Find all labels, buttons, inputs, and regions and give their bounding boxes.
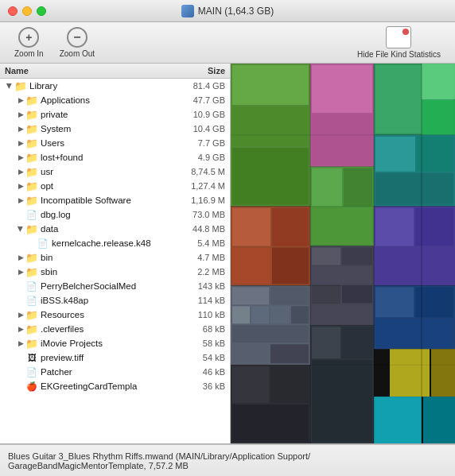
svg-rect-47: [232, 366, 269, 403]
list-item[interactable]: ▶ 📁 usr 8,74.5 M: [0, 164, 230, 179]
file-size: 73.0 MB: [170, 210, 230, 219]
expand-arrow[interactable]: ▶: [16, 338, 25, 349]
expand-arrow[interactable]: ▶: [16, 109, 25, 120]
svg-rect-12: [232, 208, 270, 246]
zoom-in-button[interactable]: + Zoom In: [8, 24, 50, 61]
folder-icon: 📁: [25, 165, 38, 178]
svg-rect-36: [342, 248, 372, 265]
expand-arrow[interactable]: ▶: [16, 123, 25, 134]
zoom-out-button[interactable]: − Zoom Out: [53, 24, 101, 61]
maximize-button[interactable]: [37, 6, 46, 16]
list-item[interactable]: ▶ 📁 Applications 47.7 GB: [0, 93, 230, 107]
minimize-button[interactable]: [22, 6, 32, 16]
expand-arrow[interactable]: ▶: [16, 252, 25, 263]
file-size: 81.4 GB: [170, 81, 230, 91]
expand-spacer: [16, 281, 25, 292]
expand-arrow[interactable]: ▶: [16, 180, 25, 192]
svg-rect-26: [270, 287, 309, 304]
expand-arrow[interactable]: ▶: [16, 166, 25, 177]
col-name-header: Name: [5, 66, 161, 75]
list-item[interactable]: 📄 Patcher 46 kB: [0, 365, 230, 379]
svg-rect-49: [232, 404, 309, 442]
list-item[interactable]: ▶ 📁 bin 4.7 MB: [0, 250, 230, 265]
expand-arrow[interactable]: ▶: [16, 152, 25, 163]
expand-arrow[interactable]: ▶: [16, 309, 25, 320]
list-item[interactable]: ▶ 📁 Users 7.7 GB: [0, 136, 230, 150]
list-item[interactable]: ▶ 📁 Resources 110 kB: [0, 308, 230, 322]
list-item[interactable]: 📄 kernelcache.release.k48 5.4 MB: [0, 236, 230, 250]
list-item[interactable]: 📄 PerryBelcherSocialMed 143 kB: [0, 279, 230, 293]
svg-rect-23: [375, 173, 453, 205]
file-size: 2.2 MB: [170, 267, 230, 277]
list-item[interactable]: ▶ 📁 Incompatible Software 1,16.9 M: [0, 193, 230, 207]
folder-icon: 📁: [25, 223, 38, 235]
svg-rect-27: [232, 306, 250, 323]
expand-arrow[interactable]: ▶: [16, 95, 25, 106]
file-name: Resources: [41, 310, 170, 319]
file-icon: 📄: [25, 208, 38, 221]
list-item[interactable]: ▶ 📁 System 10.4 GB: [0, 122, 230, 136]
list-item[interactable]: ▶ 📁 iMovie Projects 58 kB: [0, 336, 230, 350]
list-item[interactable]: ▶ 📁 sbin 2.2 MB: [0, 265, 230, 279]
file-name: PerryBelcherSocialMed: [41, 281, 170, 291]
list-item[interactable]: ▶ 📁 opt 1,27.4 M: [0, 179, 230, 193]
file-name: Users: [41, 138, 170, 148]
file-rows-container: ▶ 📁 Library 81.4 GB ▶ 📁 Applications 47.…: [0, 79, 230, 393]
file-name: Applications: [41, 95, 170, 105]
svg-rect-3: [232, 148, 309, 205]
folder-icon: 📁: [25, 251, 38, 264]
file-size: 10.9 GB: [170, 110, 230, 119]
file-icon: 📄: [25, 294, 38, 307]
list-item[interactable]: 📄 dbg.log 73.0 MB: [0, 207, 230, 222]
file-size: 4.9 GB: [170, 153, 230, 162]
list-item[interactable]: 🖼 preview.tiff 54 kB: [0, 350, 230, 365]
svg-rect-21: [375, 137, 415, 172]
file-size: 1,16.9 M: [170, 195, 230, 205]
svg-rect-31: [232, 325, 309, 342]
list-item[interactable]: ▶ 📁 .cleverfiles 68 kB: [0, 322, 230, 336]
file-name: private: [41, 110, 170, 119]
col-size-header: Size: [161, 66, 225, 75]
toolbar: + Zoom In − Zoom Out Hide File Kind Stat…: [0, 22, 455, 64]
folder-special-icon: 📁: [25, 323, 38, 335]
expand-spacer: [16, 381, 25, 392]
file-size: 68 kB: [170, 324, 230, 334]
file-icon: 📄: [25, 280, 38, 292]
svg-rect-13: [272, 208, 309, 246]
close-button[interactable]: [8, 6, 18, 16]
window-controls[interactable]: [8, 6, 46, 16]
list-item[interactable]: ▶ 📁 private 10.9 GB: [0, 107, 230, 122]
svg-rect-60: [374, 397, 422, 443]
file-size: 8,74.5 M: [170, 167, 230, 176]
file-size: 47.7 GB: [170, 95, 230, 105]
file-size: 5.4 MB: [170, 238, 230, 248]
svg-rect-18: [344, 168, 372, 207]
svg-rect-14: [232, 248, 270, 284]
hide-stats-button[interactable]: Hide File Kind Statistics: [351, 23, 447, 62]
expand-arrow[interactable]: ▶: [16, 195, 25, 206]
list-item[interactable]: 📄 iBSS.k48ap 114 kB: [0, 293, 230, 308]
expand-arrow[interactable]: ▶: [4, 81, 15, 91]
svg-rect-44: [415, 208, 453, 246]
file-name: sbin: [41, 267, 170, 277]
file-name: .cleverfiles: [41, 324, 170, 334]
list-item[interactable]: ▶ 📁 lost+found 4.9 GB: [0, 150, 230, 164]
expand-arrow[interactable]: ▶: [16, 323, 25, 335]
treemap-svg: [231, 64, 455, 443]
file-name: Incompatible Software: [41, 195, 170, 205]
list-item[interactable]: ▶ 📁 data 44.8 MB: [0, 222, 230, 236]
file-name: dbg.log: [41, 210, 170, 219]
main-area: Name Size ▶ 📁 Library 81.4 GB ▶ 📁 Applic…: [0, 64, 455, 444]
file-list-panel[interactable]: Name Size ▶ 📁 Library 81.4 GB ▶ 📁 Applic…: [0, 64, 231, 443]
expand-arrow[interactable]: ▶: [16, 137, 25, 149]
expand-arrow[interactable]: ▶: [16, 266, 25, 277]
list-item[interactable]: 🍎 EKGreetingCardTempla 36 kB: [0, 379, 230, 393]
toolbar-left: + Zoom In − Zoom Out: [8, 24, 101, 61]
file-name: lost+found: [41, 153, 170, 162]
file-name: iBSS.k48ap: [41, 296, 170, 305]
expand-arrow[interactable]: ▶: [15, 224, 26, 234]
list-item[interactable]: ▶ 📁 Library 81.4 GB: [0, 79, 230, 93]
file-name: kernelcache.release.k48: [52, 238, 170, 248]
svg-rect-22: [417, 137, 453, 172]
folder-icon: 📁: [25, 337, 38, 350]
